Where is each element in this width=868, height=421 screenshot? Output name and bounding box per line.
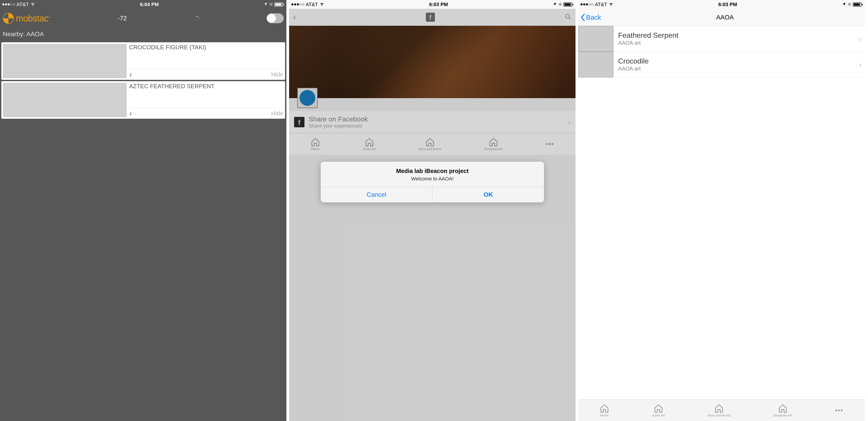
tab-european-art[interactable]: European Art xyxy=(774,403,792,417)
artifact-thumbnail xyxy=(578,26,614,52)
signal-strength-icon xyxy=(291,3,304,5)
svg-point-8 xyxy=(195,17,195,17)
nearby-card[interactable]: AZTEC FEATHERED SERPENT ♪ Hide xyxy=(1,81,285,119)
status-bar: AT&T 6:03 PM ✱ xyxy=(289,0,576,9)
svg-point-2 xyxy=(197,17,198,18)
bluetooth-icon: ✱ xyxy=(269,2,273,7)
alert-ok-button[interactable]: OK xyxy=(432,187,544,202)
art-list: Feathered Serpent AAOA art › Crocodile A… xyxy=(578,26,865,399)
svg-point-5 xyxy=(196,20,197,21)
carrier-label: AT&T xyxy=(595,2,607,7)
tab-arms-armor[interactable]: Arms and Armor xyxy=(708,403,731,417)
clock-label: 6:04 PM xyxy=(140,2,159,7)
phone-mobstac: AT&T 6:04 PM ✱ mobstac™ -72 Nearby: AAO xyxy=(0,0,286,421)
status-bar: AT&T 6:04 PM ✱ xyxy=(0,0,286,9)
audio-icon[interactable]: ♪ xyxy=(129,71,132,78)
nav-title: AAOA xyxy=(587,14,862,21)
svg-point-1 xyxy=(196,16,197,17)
loading-spinner-icon xyxy=(194,16,199,21)
alert-cancel-button[interactable]: Cancel xyxy=(321,187,432,202)
hide-button[interactable]: Hide xyxy=(271,71,283,78)
nav-bar: Back AAOA xyxy=(578,9,865,26)
clock-label: 6:03 PM xyxy=(718,2,737,7)
nearby-card[interactable]: CROCODILE FIGURE (TAKI) ♪ Hide xyxy=(1,42,285,80)
location-icon xyxy=(842,2,846,7)
battery-icon xyxy=(274,2,284,6)
battery-icon xyxy=(853,2,863,6)
svg-point-4 xyxy=(198,20,198,20)
artifact-subtitle: AAOA art xyxy=(618,40,678,46)
list-item[interactable]: Feathered Serpent AAOA art › xyxy=(578,26,865,52)
audio-icon[interactable]: ♪ xyxy=(129,110,132,117)
app-header: mobstac™ -72 xyxy=(0,9,286,28)
rssi-value: -72 xyxy=(118,15,127,22)
bluetooth-icon: ✱ xyxy=(847,2,851,7)
artifact-title: Crocodile xyxy=(618,57,649,65)
artifact-thumbnail xyxy=(578,52,614,77)
artifact-thumbnail xyxy=(3,83,126,117)
scan-toggle[interactable] xyxy=(267,13,284,23)
artifact-title: AZTEC FEATHERED SERPENT xyxy=(129,83,283,90)
mobstac-logo-icon xyxy=(3,13,14,24)
alert-title: Media lab iBeacon project xyxy=(325,168,540,175)
tab-asian-art[interactable]: Asian Art xyxy=(652,403,665,417)
battery-icon xyxy=(563,2,573,6)
signal-strength-icon xyxy=(581,3,593,5)
artifact-subtitle: AAOA art xyxy=(618,66,649,72)
bluetooth-icon: ✱ xyxy=(558,2,562,7)
chevron-right-icon: › xyxy=(859,34,862,43)
signal-strength-icon xyxy=(2,3,15,5)
nearby-section: Nearby: AAOA CROCODILE FIGURE (TAKI) ♪ H… xyxy=(0,28,286,421)
svg-point-3 xyxy=(198,18,199,19)
app-logo: mobstac™ xyxy=(3,13,51,24)
artifact-title: Feathered Serpent xyxy=(618,31,678,39)
modal-dimmer xyxy=(289,9,576,421)
location-icon xyxy=(264,2,268,7)
svg-point-7 xyxy=(194,18,195,19)
tab-home[interactable]: Home xyxy=(600,403,609,417)
nearby-label: Nearby: AAOA xyxy=(1,28,285,41)
phone-aaoa-list: AT&T 6:03 PM ✱ Back AAOA Feathered Serpe… xyxy=(578,0,865,421)
svg-point-6 xyxy=(195,20,195,20)
carrier-label: AT&T xyxy=(306,2,318,7)
artifact-title: CROCODILE FIGURE (TAKI) xyxy=(129,44,283,51)
hide-button[interactable]: Hide xyxy=(271,110,283,117)
status-bar: AT&T 6:03 PM ✱ xyxy=(578,0,865,9)
list-item[interactable]: Crocodile AAOA art › xyxy=(578,52,865,78)
chevron-right-icon: › xyxy=(859,60,862,69)
wifi-icon xyxy=(319,1,324,8)
tab-bar: Home Asian Art Arms and Armor European A… xyxy=(578,399,865,421)
clock-label: 6:03 PM xyxy=(429,2,448,7)
wifi-icon xyxy=(30,1,35,8)
tab-more[interactable]: ••• xyxy=(835,407,843,414)
phone-museum-alert: AT&T 6:03 PM ✱ ‹ f f Share on Faceboo xyxy=(289,0,576,421)
alert-dialog: Media lab iBeacon project Welcome to AAO… xyxy=(321,162,544,202)
location-icon xyxy=(553,2,557,7)
artifact-thumbnail xyxy=(3,44,126,78)
wifi-icon xyxy=(609,1,614,8)
carrier-label: AT&T xyxy=(17,2,29,7)
app-logo-text: mobstac™ xyxy=(16,13,51,24)
alert-message: Welcome to AAOA! xyxy=(325,176,540,182)
